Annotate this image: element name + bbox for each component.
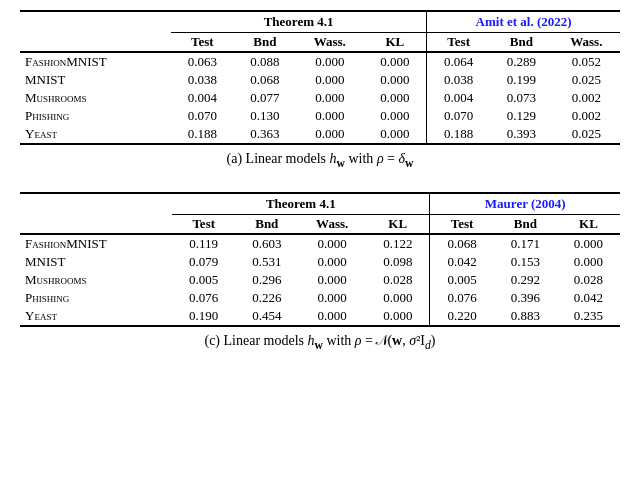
cell-value: 0.028	[557, 271, 620, 289]
table2-th-kl: KL	[366, 214, 430, 234]
cell-value: 0.042	[430, 253, 494, 271]
row-label: Yeast	[20, 307, 172, 326]
cell-value: 0.038	[427, 71, 490, 89]
cell-value: 0.000	[363, 89, 426, 107]
cell-value: 0.000	[557, 234, 620, 253]
cell-value: 0.000	[296, 107, 363, 125]
table-row: Phishing0.0700.1300.0000.0000.0700.1290.…	[20, 107, 620, 125]
cell-value: 0.088	[234, 52, 297, 71]
cell-value: 0.002	[553, 107, 620, 125]
row-label: FashionMNIST	[20, 234, 172, 253]
table2: Theorem 4.1 Maurer (2004) Test Bnd Wass.…	[20, 192, 620, 327]
cell-value: 0.000	[557, 253, 620, 271]
row-label: Mushrooms	[20, 271, 172, 289]
cell-value: 0.396	[494, 289, 557, 307]
cell-value: 0.000	[298, 289, 366, 307]
cell-value: 0.076	[172, 289, 235, 307]
cell-value: 0.531	[235, 253, 298, 271]
table1-th-kl: KL	[363, 33, 426, 53]
cell-value: 0.000	[296, 89, 363, 107]
row-label: Phishing	[20, 289, 172, 307]
cell-value: 0.226	[235, 289, 298, 307]
table2-caption: (c) Linear models hw with ρ = 𝒩(w, σ²Id)	[20, 333, 620, 352]
cell-value: 0.000	[363, 71, 426, 89]
cell-value: 0.005	[172, 271, 235, 289]
table-row: Yeast0.1880.3630.0000.0000.1880.3930.025	[20, 125, 620, 144]
table2-th-bnd: Bnd	[235, 214, 298, 234]
table-row: Yeast0.1900.4540.0000.0000.2200.8830.235	[20, 307, 620, 326]
cell-value: 0.063	[171, 52, 234, 71]
cell-value: 0.000	[298, 234, 366, 253]
cell-value: 0.070	[427, 107, 490, 125]
cell-value: 0.296	[235, 271, 298, 289]
cell-value: 0.000	[366, 289, 430, 307]
table-row: FashionMNIST0.0630.0880.0000.0000.0640.2…	[20, 52, 620, 71]
table1-th-bnd2: Bnd	[490, 33, 553, 53]
cell-value: 0.000	[366, 307, 430, 326]
cell-value: 0.119	[172, 234, 235, 253]
cell-value: 0.005	[430, 271, 494, 289]
cell-value: 0.025	[553, 125, 620, 144]
cell-value: 0.025	[553, 71, 620, 89]
table2-theorem-header: Theorem 4.1	[172, 193, 430, 215]
cell-value: 0.052	[553, 52, 620, 71]
table-row: Mushrooms0.0050.2960.0000.0280.0050.2920…	[20, 271, 620, 289]
cell-value: 0.070	[171, 107, 234, 125]
row-label: MNIST	[20, 71, 171, 89]
cell-value: 0.098	[366, 253, 430, 271]
row-label: Mushrooms	[20, 89, 171, 107]
table1-th-wass2: Wass.	[553, 33, 620, 53]
cell-value: 0.122	[366, 234, 430, 253]
cell-value: 0.292	[494, 271, 557, 289]
table2-th-kl2: KL	[557, 214, 620, 234]
cell-value: 0.188	[171, 125, 234, 144]
cell-value: 0.000	[298, 307, 366, 326]
cell-value: 0.079	[172, 253, 235, 271]
row-label: FashionMNIST	[20, 52, 171, 71]
cell-value: 0.199	[490, 71, 553, 89]
cell-value: 0.000	[298, 253, 366, 271]
cell-value: 0.883	[494, 307, 557, 326]
table2-block: Theorem 4.1 Maurer (2004) Test Bnd Wass.…	[20, 192, 620, 362]
table2-th-wass: Wass.	[298, 214, 366, 234]
cell-value: 0.068	[234, 71, 297, 89]
table1-th-test: Test	[171, 33, 234, 53]
table-row: Mushrooms0.0040.0770.0000.0000.0040.0730…	[20, 89, 620, 107]
cell-value: 0.004	[171, 89, 234, 107]
cell-value: 0.073	[490, 89, 553, 107]
row-label: Phishing	[20, 107, 171, 125]
row-label: MNIST	[20, 253, 172, 271]
cell-value: 0.077	[234, 89, 297, 107]
table1-th-bnd: Bnd	[234, 33, 297, 53]
table2-th-test: Test	[172, 214, 235, 234]
cell-value: 0.002	[553, 89, 620, 107]
table2-maurer-header: Maurer (2004)	[430, 193, 620, 215]
cell-value: 0.235	[557, 307, 620, 326]
table-row: MNIST0.0380.0680.0000.0000.0380.1990.025	[20, 71, 620, 89]
cell-value: 0.064	[427, 52, 490, 71]
cell-value: 0.220	[430, 307, 494, 326]
table-row: FashionMNIST0.1190.6030.0000.1220.0680.1…	[20, 234, 620, 253]
cell-value: 0.000	[363, 125, 426, 144]
cell-value: 0.289	[490, 52, 553, 71]
cell-value: 0.004	[427, 89, 490, 107]
cell-value: 0.076	[430, 289, 494, 307]
cell-value: 0.129	[490, 107, 553, 125]
table1-empty-header	[20, 11, 171, 33]
table2-th-test2: Test	[430, 214, 494, 234]
cell-value: 0.028	[366, 271, 430, 289]
cell-value: 0.130	[234, 107, 297, 125]
table-row: MNIST0.0790.5310.0000.0980.0420.1530.000	[20, 253, 620, 271]
table1-block: Theorem 4.1 Amit et al. (2022) Test Bnd …	[20, 10, 620, 180]
table1-amit-header: Amit et al. (2022)	[427, 11, 620, 33]
cell-value: 0.188	[427, 125, 490, 144]
table1-th-wass: Wass.	[296, 33, 363, 53]
cell-value: 0.603	[235, 234, 298, 253]
table1-theorem-header: Theorem 4.1	[171, 11, 427, 33]
table2-subheader-empty	[20, 214, 172, 234]
cell-value: 0.000	[296, 71, 363, 89]
row-label: Yeast	[20, 125, 171, 144]
cell-value: 0.068	[430, 234, 494, 253]
cell-value: 0.000	[296, 125, 363, 144]
cell-value: 0.000	[298, 271, 366, 289]
